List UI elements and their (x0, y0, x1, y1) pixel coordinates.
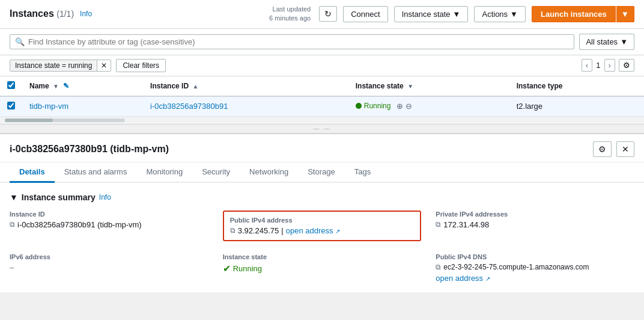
info-link[interactable]: Info (80, 10, 92, 18)
section-info-link[interactable]: Info (99, 193, 111, 202)
public-ipv4-label: Public IPv4 address (230, 217, 415, 224)
copy-icon[interactable]: ⧉ (436, 263, 441, 271)
actions-button[interactable]: Actions ▼ (474, 6, 526, 22)
copy-icon[interactable]: ⧉ (10, 220, 15, 229)
instance-state-value: ✔ Running (223, 263, 422, 274)
launch-instances-button[interactable]: Launch instances (532, 6, 616, 22)
section-header: ▼ Instance summary Info (10, 192, 634, 202)
all-states-dropdown[interactable]: All states ▼ (579, 34, 634, 50)
tabs-bar: Details Status and alarms Monitoring Sec… (0, 162, 644, 183)
public-dns-value: ⧉ ec2-3-92-245-75.compute-1.amazonaws.co… (436, 263, 634, 271)
instance-name-cell: tidb-mp-vm (22, 96, 143, 117)
detail-title: i-0cb38256a97380b91 (tidb-mp-vm) (10, 144, 169, 155)
refresh-button[interactable]: ↻ (319, 6, 337, 22)
edit-icon[interactable]: ✎ (63, 82, 69, 90)
section-title: Instance summary (22, 192, 96, 202)
copy-icon[interactable]: ⧉ (230, 226, 235, 235)
detail-item-ipv6: IPv6 address – (10, 253, 208, 283)
private-ipv4-label: Private IPv4 addresses (436, 211, 634, 218)
tab-details[interactable]: Details (10, 162, 55, 183)
pagination-controls: ‹ 1 › ⚙ (582, 59, 634, 72)
detail-actions: ⚙ ✕ (593, 141, 634, 157)
scrollbar-thumb (5, 118, 53, 122)
collapse-icon: ▼ (10, 192, 18, 202)
resize-handle[interactable]: — — (0, 124, 644, 134)
instance-state-cell: Running ⊕ ⊖ (348, 96, 509, 117)
instance-type-column-header: Instance type (509, 76, 644, 96)
detail-item-public-dns: Public IPv4 DNS ⧉ ec2-3-92-245-75.comput… (436, 253, 634, 283)
detail-content: ▼ Instance summary Info Instance ID ⧉ i-… (0, 183, 644, 292)
tab-networking[interactable]: Networking (240, 162, 298, 183)
detail-header: i-0cb38256a97380b91 (tidb-mp-vm) ⚙ ✕ (0, 134, 644, 162)
private-ipv4-value: ⧉ 172.31.44.98 (436, 220, 634, 229)
name-sort-icon: ▼ (53, 83, 59, 90)
header-bar: Instances (1/1) Info Last updated 6 minu… (0, 0, 644, 29)
instance-id-column-header: Instance ID ▲ (143, 76, 348, 96)
open-address-link[interactable]: open address ↗ (286, 226, 340, 235)
copy-icon[interactable]: ⧉ (436, 220, 441, 229)
table-settings-button[interactable]: ⚙ (619, 59, 634, 72)
ipv6-value: – (10, 263, 208, 272)
chevron-down-icon: ▼ (510, 10, 518, 19)
instance-state-column-header: Instance state ▼ (348, 76, 509, 96)
launch-instances-caret[interactable]: ▼ (616, 6, 634, 22)
instance-id-label: Instance ID (10, 211, 208, 218)
active-filters-row: Instance state = running ✕ Clear filters… (0, 55, 644, 76)
prev-page-button[interactable]: ‹ (582, 59, 592, 72)
select-all-checkbox[interactable] (7, 81, 15, 89)
public-dns-label: Public IPv4 DNS (436, 253, 634, 260)
clear-filters-button[interactable]: Clear filters (116, 59, 166, 72)
instance-count: (1/1) (56, 9, 74, 19)
external-link-icon: ↗ (335, 228, 340, 235)
instance-state-sort-icon: ▼ (407, 83, 413, 90)
detail-item-instance-state: Instance state ✔ Running (223, 253, 422, 283)
instances-table-container: Name ▼ ✎ Instance ID ▲ Instance state ▼ … (0, 76, 644, 117)
instance-name-link[interactable]: tidb-mp-vm (29, 102, 68, 111)
instance-type-cell: t2.large (509, 96, 644, 117)
ipv6-label: IPv6 address (10, 253, 208, 260)
zoom-in-icon[interactable]: ⊕ (396, 102, 403, 111)
zoom-out-icon[interactable]: ⊖ (406, 102, 412, 111)
next-page-button[interactable]: › (604, 59, 615, 72)
filter-tag-label: Instance state = running (10, 60, 97, 71)
instances-table: Name ▼ ✎ Instance ID ▲ Instance state ▼ … (0, 76, 644, 117)
active-filter-tag: Instance state = running ✕ (10, 60, 111, 72)
detail-item-private-ipv4: Private IPv4 addresses ⧉ 172.31.44.98 (436, 211, 634, 241)
check-circle-icon: ✔ (223, 263, 231, 274)
filter-tag-close[interactable]: ✕ (97, 60, 111, 71)
tab-tags[interactable]: Tags (345, 162, 380, 183)
detail-settings-button[interactable]: ⚙ (593, 141, 612, 157)
detail-close-button[interactable]: ✕ (616, 141, 634, 157)
detail-item-instance-id: Instance ID ⧉ i-0cb38256a97380b91 (tidb-… (10, 211, 208, 241)
dns-open-address-link[interactable]: open address ↗ (436, 274, 490, 283)
row-checkbox[interactable] (7, 102, 15, 109)
horizontal-scrollbar[interactable] (0, 117, 644, 124)
name-column-header: Name ▼ ✎ (22, 76, 143, 96)
chevron-down-icon: ▼ (453, 10, 461, 19)
status-badge: Running (356, 102, 391, 110)
chevron-down-icon: ▼ (620, 37, 628, 46)
tab-monitoring[interactable]: Monitoring (136, 162, 192, 183)
instance-state-label: Instance state (223, 253, 422, 260)
instance-id-sort-icon: ▲ (192, 83, 198, 90)
zoom-icons: ⊕ ⊖ (396, 102, 412, 111)
detail-panel: i-0cb38256a97380b91 (tidb-mp-vm) ⚙ ✕ Det… (0, 134, 644, 292)
tab-security[interactable]: Security (192, 162, 240, 183)
row-checkbox-cell (0, 96, 22, 117)
table-row[interactable]: tidb-mp-vm i-0cb38256a97380b91 Running ⊕… (0, 96, 644, 117)
resize-dots-icon: — — (314, 125, 331, 132)
instance-id-link[interactable]: i-0cb38256a97380b91 (150, 102, 228, 111)
search-input[interactable] (28, 37, 569, 46)
page-number: 1 (596, 61, 600, 70)
launch-btn-group: Launch instances ▼ (532, 6, 634, 22)
search-icon: 🔍 (15, 37, 25, 46)
search-box: 🔍 (10, 34, 574, 49)
instance-state-button[interactable]: Instance state ▼ (394, 6, 469, 22)
connect-button[interactable]: Connect (343, 6, 387, 22)
tab-status-alarms[interactable]: Status and alarms (55, 162, 137, 183)
tab-storage[interactable]: Storage (298, 162, 345, 183)
status-dot-icon (356, 103, 362, 109)
instance-id-cell: i-0cb38256a97380b91 (143, 96, 348, 117)
external-link-icon: ↗ (485, 275, 490, 282)
scrollbar-track (5, 118, 125, 122)
